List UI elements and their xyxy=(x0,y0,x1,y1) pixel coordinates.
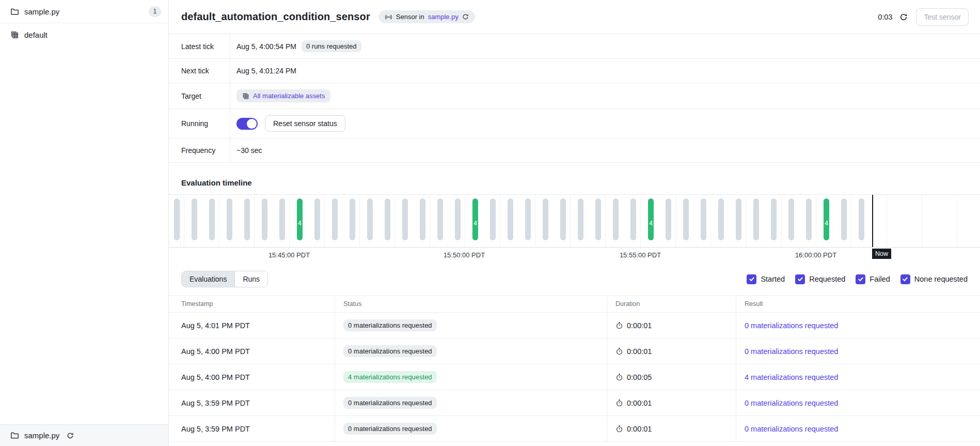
target-label: Target xyxy=(169,85,230,107)
timeline-bar[interactable] xyxy=(508,198,513,240)
filter-label: None requested xyxy=(914,275,968,283)
result-link[interactable]: 0 materializations requested xyxy=(745,399,838,407)
timeline-bar[interactable] xyxy=(595,198,601,240)
stopwatch-icon xyxy=(615,347,623,355)
timeline-bar[interactable] xyxy=(525,198,531,240)
timeline-bar[interactable] xyxy=(385,198,390,240)
latest-tick-row: Latest tick Aug 5, 4:00:54 PM 0 runs req… xyxy=(169,34,980,59)
sensor-file-link[interactable]: sample.py xyxy=(428,13,459,21)
evaluation-duration: 0:00:01 xyxy=(627,425,652,433)
timeline-bar[interactable] xyxy=(174,198,180,240)
test-sensor-button[interactable]: Test sensor xyxy=(916,8,969,26)
now-marker-label: Now xyxy=(872,249,891,259)
timeline-bar[interactable] xyxy=(771,198,777,240)
reload-location-button[interactable] xyxy=(65,430,76,441)
status-badge: 0 materializations requested xyxy=(343,319,437,331)
checkbox-checked-icon xyxy=(795,274,805,284)
timeline-bar[interactable] xyxy=(192,198,197,240)
checkbox-checked-icon xyxy=(856,274,865,284)
timeline-bar[interactable] xyxy=(367,198,373,240)
sidebar-item-code-location[interactable]: sample.py 1 xyxy=(0,0,168,23)
sidebar-item-repository[interactable]: default xyxy=(0,23,168,47)
reload-sensor-button[interactable] xyxy=(462,13,469,20)
timeline-bar[interactable] xyxy=(683,198,689,240)
timeline-bar[interactable] xyxy=(613,198,619,240)
timeline-bar[interactable] xyxy=(420,198,425,240)
reset-sensor-status-button[interactable]: Reset sensor status xyxy=(265,115,345,132)
table-row: Aug 5, 4:00 PM PDT 4 materializations re… xyxy=(169,364,980,390)
refresh-button[interactable] xyxy=(897,11,910,23)
evaluation-duration: 0:00:01 xyxy=(627,321,652,330)
timeline-bar[interactable] xyxy=(859,198,864,240)
timeline-bar[interactable] xyxy=(455,198,461,240)
timeline-axis: 15:45:00 PDT 15:50:00 PDT 15:55:00 PDT 1… xyxy=(169,248,980,262)
main-panel: default_automation_condition_sensor Sens… xyxy=(169,0,980,446)
evaluation-timestamp: Aug 5, 3:59 PM PDT xyxy=(169,390,335,416)
axis-tick-label: 15:45:00 PDT xyxy=(268,251,310,259)
timeline-bar[interactable] xyxy=(666,198,671,240)
result-link[interactable]: 0 materializations requested xyxy=(745,347,838,356)
folder-icon xyxy=(10,431,19,440)
timeline-bar[interactable] xyxy=(701,198,706,240)
table-row: Aug 5, 4:00 PM PDT 0 materializations re… xyxy=(169,339,980,364)
next-tick-label: Next tick xyxy=(169,59,230,82)
tab-runs[interactable]: Runs xyxy=(234,271,267,287)
filter-label: Started xyxy=(761,275,785,283)
evaluations-table-header: Timestamp Status Duration Result xyxy=(169,295,980,313)
timeline-bar[interactable] xyxy=(560,198,566,240)
axis-tick-label: 15:55:00 PDT xyxy=(620,251,661,259)
timeline-bar-requested[interactable]: 4 xyxy=(472,198,478,240)
timeline-bar[interactable] xyxy=(788,198,794,240)
timeline-bar[interactable] xyxy=(227,198,232,240)
evaluation-duration: 0:00:01 xyxy=(627,347,652,356)
timeline-bar-requested[interactable]: 4 xyxy=(297,198,303,240)
result-link[interactable]: 0 materializations requested xyxy=(745,425,838,433)
filter-requested[interactable]: Requested xyxy=(795,274,845,284)
result-link[interactable]: 0 materializations requested xyxy=(745,321,838,330)
timeline-bar[interactable] xyxy=(753,198,759,240)
code-location-name: sample.py xyxy=(24,7,59,16)
status-badge: 0 materializations requested xyxy=(343,423,437,435)
timeline-future-region xyxy=(873,195,980,247)
timeline-bar[interactable] xyxy=(718,198,724,240)
timeline-bar[interactable] xyxy=(209,198,215,240)
frequency-value: ~30 sec xyxy=(236,146,262,155)
timeline-bar[interactable] xyxy=(543,198,548,240)
frequency-row: Frequency ~30 sec xyxy=(169,139,980,163)
timeline-bar[interactable] xyxy=(402,198,408,240)
repository-name: default xyxy=(24,30,48,39)
timeline-bar[interactable] xyxy=(244,198,250,240)
filter-none-requested[interactable]: None requested xyxy=(900,274,968,284)
timeline-bar[interactable] xyxy=(578,198,583,240)
result-link[interactable]: 4 materializations requested xyxy=(745,373,838,381)
timeline-bar[interactable] xyxy=(437,198,443,240)
timeline-bar[interactable] xyxy=(630,198,636,240)
timeline-bar[interactable] xyxy=(350,198,355,240)
next-tick-row: Next tick Aug 5, 4:01:24 PM xyxy=(169,59,980,83)
frequency-label: Frequency xyxy=(169,139,230,162)
timeline-bar-requested[interactable]: 4 xyxy=(648,198,654,240)
running-toggle[interactable] xyxy=(236,118,258,130)
timeline-bar[interactable] xyxy=(736,198,741,240)
status-badge: 0 materializations requested xyxy=(343,345,437,357)
evaluation-timeline-chart: 4444 xyxy=(169,194,980,248)
filter-started[interactable]: Started xyxy=(747,274,785,284)
tab-evaluations[interactable]: Evaluations xyxy=(182,271,234,287)
evaluation-timestamp: Aug 5, 4:00 PM PDT xyxy=(169,339,335,364)
running-row: Running Reset sensor status xyxy=(169,109,980,139)
timeline-bar[interactable] xyxy=(490,198,496,240)
target-assets-link[interactable]: All materializable assets xyxy=(236,89,330,102)
timeline-bar[interactable] xyxy=(314,198,320,240)
timeline-bar[interactable] xyxy=(841,198,847,240)
evaluation-timeline-title: Evaluation timeline xyxy=(181,178,968,187)
timeline-bar[interactable] xyxy=(332,198,338,240)
stopwatch-icon xyxy=(615,399,623,407)
sensor-origin-text: Sensor in xyxy=(396,13,424,21)
timeline-bar-requested[interactable]: 4 xyxy=(824,198,829,240)
timeline-bar[interactable] xyxy=(806,198,812,240)
column-header-duration: Duration xyxy=(607,296,736,312)
now-marker-line xyxy=(872,195,873,247)
timeline-bar[interactable] xyxy=(279,198,285,240)
timeline-bar[interactable] xyxy=(262,198,267,240)
filter-failed[interactable]: Failed xyxy=(856,274,890,284)
